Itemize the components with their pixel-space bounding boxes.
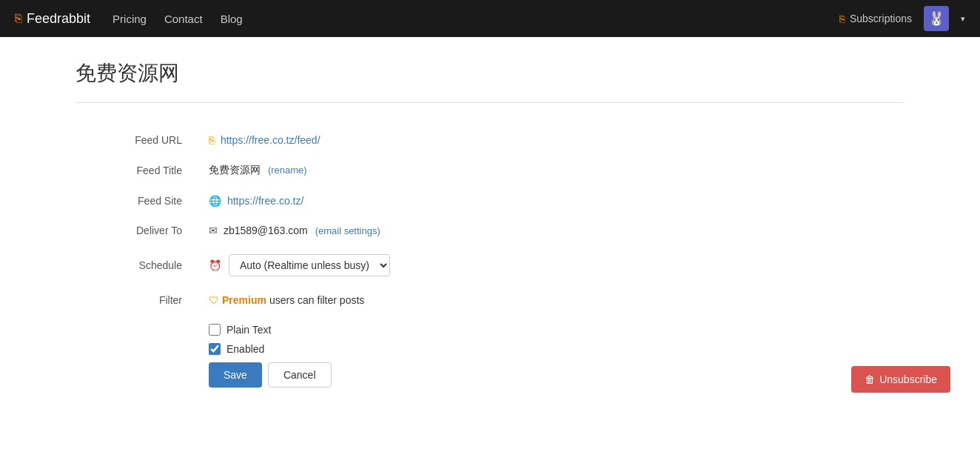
feed-url-label: Feed URL: [75, 125, 194, 155]
enabled-checkbox[interactable]: [209, 343, 221, 355]
subscriptions-label: Subscriptions: [850, 13, 912, 24]
plain-text-checkbox[interactable]: [209, 324, 221, 336]
schedule-label: Schedule: [75, 245, 194, 285]
feed-url-rss-icon: ⎘: [209, 134, 215, 146]
brand-link[interactable]: ⎘ Feedrabbit: [15, 11, 90, 27]
unsubscribe-button[interactable]: 🗑 Unsubscribe: [851, 366, 950, 393]
plain-text-label-cell: [75, 315, 194, 396]
feed-site-value-cell: 🌐 https://free.co.tz/: [194, 186, 905, 216]
form-table: Feed URL ⎘ https://free.co.tz/feed/ Feed…: [75, 125, 905, 396]
feed-title-value-cell: 免费资源网 (rename): [194, 155, 905, 186]
filter-suffix: users can filter posts: [269, 294, 364, 306]
unsubscribe-label: Unsubscribe: [879, 373, 937, 385]
brand-name: Feedrabbit: [27, 11, 90, 27]
feed-title-row: Feed Title 免费资源网 (rename): [75, 155, 905, 186]
plain-text-checkbox-label[interactable]: Plain Text: [226, 324, 271, 336]
globe-icon: 🌐: [209, 195, 221, 207]
plain-text-row: Plain Text Enabled Save Cancel: [75, 315, 905, 396]
subscriptions-rss-icon: ⎘: [839, 13, 845, 24]
nav-blog[interactable]: Blog: [221, 13, 243, 25]
trash-icon: 🗑: [865, 373, 875, 385]
feed-site-label: Feed Site: [75, 186, 194, 216]
page-container: 免费资源网 Feed URL ⎘ https://free.co.tz/feed…: [46, 37, 934, 419]
subscriptions-link[interactable]: ⎘ Subscriptions: [839, 13, 912, 24]
unsubscribe-area: 🗑 Unsubscribe: [851, 366, 950, 393]
email-settings-link[interactable]: (email settings): [315, 225, 380, 236]
user-dropdown-caret[interactable]: ▾: [961, 14, 965, 24]
enabled-checkbox-row: Enabled: [209, 343, 893, 355]
feed-title-text: 免费资源网: [209, 164, 261, 176]
nav-pricing[interactable]: Pricing: [113, 13, 147, 25]
schedule-select[interactable]: Auto (Realtime unless busy) Realtime Eve…: [229, 254, 390, 276]
plain-text-checkbox-row: Plain Text: [209, 324, 893, 336]
schedule-value-cell: ⏰ Auto (Realtime unless busy) Realtime E…: [194, 245, 905, 285]
filter-value-cell: 🛡 Premium users can filter posts: [194, 285, 905, 315]
feed-site-link[interactable]: https://free.co.tz/: [227, 195, 304, 207]
cancel-button[interactable]: Cancel: [268, 362, 332, 388]
enabled-checkbox-label[interactable]: Enabled: [226, 343, 264, 355]
premium-badge: 🛡 Premium users can filter posts: [209, 294, 364, 306]
page-title: 免费资源网: [75, 59, 905, 87]
rss-brand-icon: ⎘: [15, 12, 22, 25]
user-avatar-icon: 🐰: [928, 10, 944, 27]
deliver-to-value-cell: ✉ zb1589@163.com (email settings): [194, 216, 905, 245]
divider: [75, 102, 905, 103]
mail-icon: ✉: [209, 225, 218, 236]
save-button[interactable]: Save: [209, 362, 262, 388]
deliver-to-label: Deliver To: [75, 216, 194, 245]
feed-url-value-cell: ⎘ https://free.co.tz/feed/: [194, 125, 905, 155]
user-avatar[interactable]: 🐰: [924, 6, 949, 31]
nav-contact[interactable]: Contact: [164, 13, 203, 25]
feed-url-row: Feed URL ⎘ https://free.co.tz/feed/: [75, 125, 905, 155]
plain-text-value-cell: Plain Text Enabled Save Cancel: [194, 315, 905, 396]
feed-url-link[interactable]: https://free.co.tz/feed/: [221, 134, 320, 146]
deliver-to-email: zb1589@163.com: [224, 225, 308, 236]
form-buttons: Save Cancel: [209, 362, 893, 388]
navbar: ⎘ Feedrabbit Pricing Contact Blog ⎘ Subs…: [0, 0, 980, 37]
deliver-to-row: Deliver To ✉ zb1589@163.com (email setti…: [75, 216, 905, 245]
rename-link[interactable]: (rename): [268, 164, 307, 176]
filter-row: Filter 🛡 Premium users can filter posts: [75, 285, 905, 315]
navbar-right: ⎘ Subscriptions 🐰 ▾: [839, 6, 965, 31]
filter-label: Filter: [75, 285, 194, 315]
nav-links: Pricing Contact Blog: [113, 13, 839, 25]
feed-title-label: Feed Title: [75, 155, 194, 186]
clock-icon: ⏰: [209, 259, 221, 271]
schedule-row: Schedule ⏰ Auto (Realtime unless busy) R…: [75, 245, 905, 285]
feed-site-row: Feed Site 🌐 https://free.co.tz/: [75, 186, 905, 216]
premium-text: Premium: [222, 294, 266, 306]
shield-icon: 🛡: [209, 294, 219, 306]
